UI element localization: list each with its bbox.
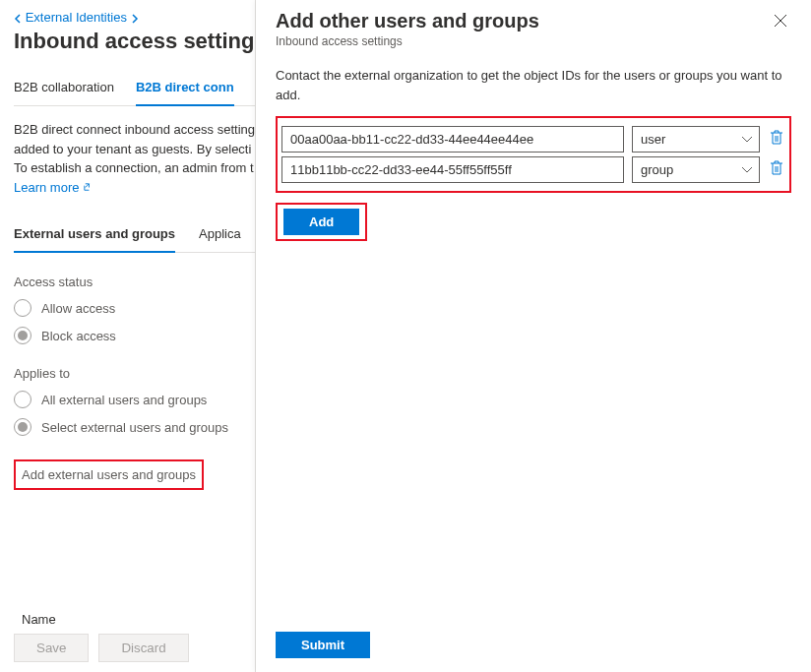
radio-all-external[interactable]: All external users and groups: [14, 391, 255, 408]
tab-b2b-collaboration[interactable]: B2B collaboration: [14, 72, 114, 105]
type-select[interactable]: group: [632, 156, 760, 183]
chevron-down-icon: [741, 166, 753, 174]
page-title: Inbound access setting: [14, 29, 255, 54]
top-tabs: B2B collaboration B2B direct conn: [14, 72, 255, 106]
radio-select-external[interactable]: Select external users and groups: [14, 418, 255, 436]
chevron-left-icon: [14, 14, 22, 24]
tab-external-users-groups[interactable]: External users and groups: [14, 218, 175, 253]
panel-subtitle: Inbound access settings: [276, 34, 539, 48]
delete-row-button[interactable]: [768, 158, 785, 181]
discard-button[interactable]: Discard: [98, 634, 188, 662]
radio-icon: [14, 327, 31, 344]
radio-icon: [14, 299, 31, 317]
save-button[interactable]: Save: [14, 634, 89, 662]
radio-block-access[interactable]: Block access: [14, 327, 255, 344]
description-text: B2B direct connect inbound access settin…: [14, 120, 255, 197]
radio-icon: [14, 391, 31, 408]
delete-row-button[interactable]: [768, 128, 785, 151]
close-icon: [774, 14, 787, 28]
external-link-icon: [83, 182, 94, 193]
panel-description: Contact the external organization to get…: [276, 66, 791, 104]
trash-icon: [770, 130, 783, 146]
name-column-header: Name: [22, 612, 56, 627]
chevron-right-icon: [131, 14, 139, 24]
access-status-label: Access status: [14, 275, 255, 289]
radio-allow-access[interactable]: Allow access: [14, 299, 255, 317]
applies-to-label: Applies to: [14, 366, 255, 381]
panel-title: Add other users and groups: [276, 10, 539, 32]
object-id-rows: user group: [276, 116, 791, 193]
close-button[interactable]: [770, 10, 791, 34]
breadcrumb-parent[interactable]: External Identities: [26, 10, 127, 25]
trash-icon: [770, 160, 783, 176]
tab-applications[interactable]: Applica: [199, 218, 241, 252]
object-id-input[interactable]: [281, 126, 624, 153]
object-id-input[interactable]: [281, 156, 624, 183]
learn-more-link[interactable]: Learn more: [14, 178, 94, 198]
object-id-row: user: [281, 126, 785, 153]
breadcrumb[interactable]: External Identities: [14, 10, 255, 25]
chevron-down-icon: [741, 136, 753, 144]
footer-buttons: Name Save Discard: [14, 634, 189, 662]
add-users-panel: Add other users and groups Inbound acces…: [256, 0, 811, 672]
submit-button[interactable]: Submit: [276, 632, 370, 658]
type-select[interactable]: user: [632, 126, 760, 153]
sub-tabs: External users and groups Applica: [14, 218, 255, 253]
tab-b2b-direct-connect[interactable]: B2B direct conn: [136, 72, 234, 106]
object-id-row: group: [281, 156, 785, 183]
radio-icon: [14, 418, 31, 436]
main-content: External Identities Inbound access setti…: [0, 0, 256, 672]
add-button[interactable]: Add: [283, 209, 359, 235]
add-external-users-groups-link[interactable]: Add external users and groups: [14, 459, 204, 490]
